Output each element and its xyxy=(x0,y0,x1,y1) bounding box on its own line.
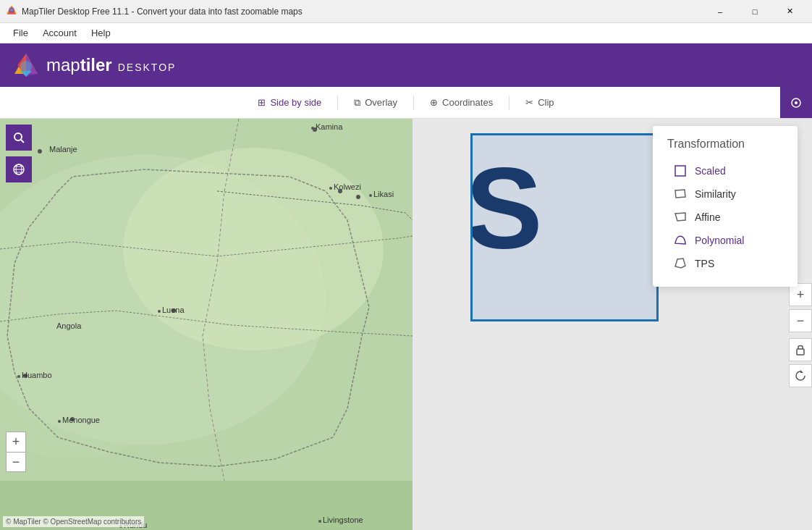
zoom-in-button[interactable]: + xyxy=(6,432,26,452)
transform-option-tps[interactable]: TPS xyxy=(667,252,783,275)
main-content: ⊞ Side by side ⧉ Overlay ⊕ Coordinates ✂… xyxy=(0,87,812,530)
lock-icon xyxy=(795,344,805,356)
svg-point-10 xyxy=(795,101,798,104)
svg-point-26 xyxy=(14,133,22,140)
minimize-button[interactable]: – xyxy=(703,0,737,23)
zoom-out-button[interactable]: − xyxy=(6,452,26,472)
transform-option-similarity[interactable]: Similarity xyxy=(667,182,783,206)
menu-file[interactable]: File xyxy=(6,25,35,41)
city-menongue: Menongue xyxy=(58,416,100,424)
polynomial-icon xyxy=(673,233,688,248)
polynomial-label: Polynomial xyxy=(695,235,744,246)
close-button[interactable]: ✕ xyxy=(773,0,806,23)
maximize-button[interactable]: □ xyxy=(738,0,771,23)
titlebar: MapTiler Desktop Free 11.1 - Convert you… xyxy=(0,0,812,23)
city-livingstone: Livingstone xyxy=(318,516,363,524)
menu-help[interactable]: Help xyxy=(84,25,118,41)
map-svg xyxy=(0,119,413,481)
menu-account[interactable]: Account xyxy=(35,25,84,41)
toolbar-divider-2 xyxy=(413,96,414,110)
logo-tiler: tiler xyxy=(80,55,112,75)
svg-point-3 xyxy=(10,9,13,12)
map-search-button[interactable] xyxy=(6,125,32,151)
left-zoom-controls: + − xyxy=(6,432,26,472)
toolbar: ⊞ Side by side ⧉ Overlay ⊕ Coordinates ✂… xyxy=(0,87,812,119)
left-map[interactable]: Kamina Kolwezi Likasi Malanje Luena Ango… xyxy=(0,119,413,530)
toolbar-action-button[interactable] xyxy=(780,87,812,118)
tab-clip[interactable]: ✂ Clip xyxy=(512,91,567,114)
toolbar-action-icon xyxy=(790,97,802,109)
logo-text: maptiler DESKTOP xyxy=(46,55,176,75)
svg-line-27 xyxy=(21,140,24,143)
scaled-label: Scaled xyxy=(695,165,726,177)
svg-rect-34 xyxy=(797,349,804,355)
scaled-icon xyxy=(673,164,688,178)
logo-desktop: DESKTOP xyxy=(118,62,177,73)
map-attribution: © MapTiler © OpenStreetMap contributors xyxy=(3,516,144,527)
globe-icon xyxy=(12,163,25,176)
similarity-icon xyxy=(673,187,688,201)
titlebar-title: MapTiler Desktop Free 11.1 - Convert you… xyxy=(22,7,703,17)
transform-option-polynomial[interactable]: Polynomial xyxy=(667,229,783,252)
tps-icon xyxy=(673,256,688,271)
city-angola: Angola xyxy=(56,321,81,330)
tps-label: TPS xyxy=(695,258,714,269)
right-zoom-out-button[interactable]: − xyxy=(789,309,812,332)
tab-coordinates[interactable]: ⊕ Coordinates xyxy=(417,91,506,114)
coordinates-icon: ⊕ xyxy=(430,97,438,108)
right-lock-button[interactable] xyxy=(789,338,812,361)
toolbar-divider-3 xyxy=(509,96,509,110)
tab-clip-label: Clip xyxy=(538,97,554,108)
right-controls: + − xyxy=(789,283,812,389)
right-panel: S Transformation Scaled xyxy=(413,119,812,530)
menubar: File Account Help xyxy=(0,23,812,43)
refresh-icon xyxy=(795,370,806,382)
clip-icon: ✂ xyxy=(525,97,533,108)
toolbar-divider-1 xyxy=(337,96,338,110)
transformation-panel: Transformation Scaled Sim xyxy=(653,126,798,287)
city-kamina: Kamina xyxy=(311,122,342,131)
titlebar-icon xyxy=(6,4,17,18)
map-area: Kamina Kolwezi Likasi Malanje Luena Ango… xyxy=(0,119,812,530)
affine-label: Affine xyxy=(695,211,721,223)
titlebar-controls: – □ ✕ xyxy=(703,0,806,23)
right-refresh-button[interactable] xyxy=(789,364,812,387)
logo-icon xyxy=(12,51,41,80)
overlay-icon: ⧉ xyxy=(354,97,360,109)
city-luena: Luena xyxy=(158,306,185,314)
transformation-title: Transformation xyxy=(667,138,783,151)
app-header: maptiler DESKTOP xyxy=(0,43,812,87)
svg-marker-35 xyxy=(800,370,803,373)
svg-rect-33 xyxy=(675,166,685,176)
tab-overlay-label: Overlay xyxy=(365,97,397,108)
tab-side-by-side[interactable]: ⊞ Side by side xyxy=(245,91,334,114)
search-icon xyxy=(13,132,25,143)
logo: maptiler DESKTOP xyxy=(12,51,176,80)
city-malanje-label: Malanje xyxy=(49,145,77,153)
transform-option-affine[interactable]: Affine xyxy=(667,206,783,229)
svg-point-14 xyxy=(123,148,384,350)
city-huambo: Huambo xyxy=(17,371,52,379)
city-kolwezi: Kolwezi xyxy=(329,182,361,191)
city-likasi: Likasi xyxy=(369,190,394,198)
transform-option-scaled[interactable]: Scaled xyxy=(667,159,783,182)
image-letter: S xyxy=(470,150,543,266)
similarity-label: Similarity xyxy=(695,188,736,200)
tab-coordinates-label: Coordinates xyxy=(442,97,493,108)
affine-icon xyxy=(673,210,688,224)
svg-point-22 xyxy=(356,195,360,199)
map-globe-button[interactable] xyxy=(6,156,32,182)
svg-point-16 xyxy=(38,149,42,153)
logo-map: map xyxy=(46,55,80,75)
image-preview: S xyxy=(470,133,659,321)
svg-point-7 xyxy=(20,61,32,72)
tab-side-by-side-label: Side by side xyxy=(270,97,321,108)
side-by-side-icon: ⊞ xyxy=(258,97,266,108)
tab-overlay[interactable]: ⧉ Overlay xyxy=(341,91,410,114)
